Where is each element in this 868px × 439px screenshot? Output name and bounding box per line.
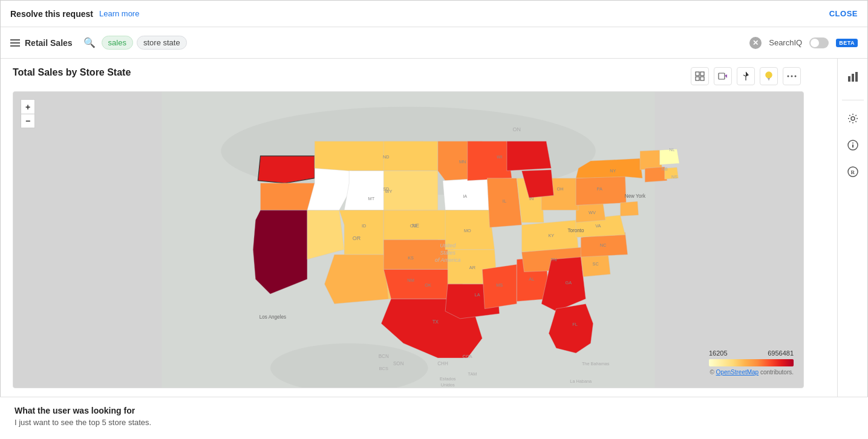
chart-type-button[interactable] xyxy=(842,66,864,88)
map-label-son: SON xyxy=(393,361,404,366)
pin-button[interactable] xyxy=(737,67,755,85)
state-AZ[interactable] xyxy=(324,255,391,304)
searchiq-label: SearchIQ xyxy=(769,38,802,47)
bulb-icon xyxy=(765,71,773,81)
state-FL[interactable] xyxy=(549,304,593,353)
state-VT-NH[interactable] xyxy=(640,150,662,170)
legend-gradient xyxy=(709,359,794,366)
search-bar-left: Retail Sales xyxy=(10,38,73,48)
svg-point-6 xyxy=(766,72,772,78)
dataset-label[interactable]: Retail Sales xyxy=(25,38,73,48)
map-label-tx: TX xyxy=(432,319,439,325)
map-label-mt: MT xyxy=(368,196,375,201)
map-label-estados: Estados xyxy=(440,376,456,382)
table-icon xyxy=(695,71,705,81)
search-bar-right: ✕ SearchIQ BETA xyxy=(749,37,858,49)
menu-icon[interactable] xyxy=(10,39,20,47)
state-MD-DE-NJ[interactable] xyxy=(620,201,638,216)
state-MI[interactable] xyxy=(507,141,551,171)
video-icon xyxy=(718,73,728,80)
svg-rect-3 xyxy=(700,77,704,80)
searchiq-toggle[interactable] xyxy=(809,37,829,48)
search-tag-sales[interactable]: sales xyxy=(102,36,133,50)
bar-chart-icon xyxy=(847,71,858,82)
map-label-tam: TAM xyxy=(468,371,477,377)
map-label-on: ON xyxy=(513,126,521,132)
svg-point-21 xyxy=(852,143,853,144)
zoom-in-button[interactable]: + xyxy=(21,99,35,114)
map-label-ne: NE xyxy=(413,223,420,229)
svg-text:R: R xyxy=(850,169,855,175)
state-UT[interactable] xyxy=(339,210,383,255)
svg-rect-2 xyxy=(696,77,699,80)
svg-point-10 xyxy=(791,76,793,77)
table-view-button[interactable] xyxy=(691,67,709,85)
osm-link[interactable]: OpenStreetMap xyxy=(716,369,759,376)
map-label-los-angeles: Los Angeles xyxy=(259,314,286,320)
map-label-nb: NB xyxy=(662,166,668,172)
map-label-ok: OK xyxy=(425,282,431,288)
svg-point-9 xyxy=(788,76,789,77)
top-bar-left: Resolve this request Learn more xyxy=(10,9,139,19)
chart-toolbar xyxy=(691,67,801,85)
search-tags: sales store state xyxy=(102,36,744,50)
state-WI[interactable] xyxy=(468,141,512,181)
legend-max: 6956481 xyxy=(768,350,794,357)
video-button[interactable] xyxy=(714,67,732,85)
right-sidebar: R xyxy=(837,59,867,439)
chart-header: Total Sales by Store State xyxy=(13,67,837,85)
learn-more-link[interactable]: Learn more xyxy=(99,9,139,18)
state-CA[interactable] xyxy=(253,210,307,294)
state-OR[interactable] xyxy=(261,183,315,210)
chart-title: Total Sales by Store State xyxy=(13,67,131,78)
more-options-button[interactable] xyxy=(783,67,801,85)
more-icon xyxy=(787,75,797,77)
map-label-nm: NM xyxy=(407,278,414,283)
state-ND[interactable] xyxy=(383,141,438,171)
map-label-wv: WV xyxy=(589,210,596,215)
map-label-toronto: Toronto xyxy=(568,228,585,233)
map-label-ny: NY xyxy=(610,168,616,174)
map-label-il: IL xyxy=(503,198,506,204)
search-tag-store-state[interactable]: store state xyxy=(137,36,187,50)
svg-rect-1 xyxy=(700,72,704,76)
search-icon: 🔍 xyxy=(83,37,96,48)
insight-button[interactable] xyxy=(760,67,778,85)
clear-search-button[interactable]: ✕ xyxy=(749,37,762,49)
info-icon xyxy=(847,140,858,151)
map-label-sd: SD xyxy=(383,186,389,192)
svg-rect-0 xyxy=(696,72,699,76)
search-bar: Retail Sales 🔍 sales store state ✕ Searc… xyxy=(1,27,867,59)
map-label-la-habana: La Habana xyxy=(570,379,592,384)
map-label-chh: CHH xyxy=(437,361,448,366)
usa-choropleth-map: OR ID MT WY ND SD CO KS NE OK NM TX MN I… xyxy=(13,92,803,388)
beta-badge: BETA xyxy=(836,39,858,47)
map-label-unidos: Unidos xyxy=(441,382,455,388)
legend-values: 16205 6956481 xyxy=(709,350,794,357)
svg-point-18 xyxy=(851,117,855,120)
map-label-id: ID xyxy=(362,223,366,229)
map-label-wi: WI xyxy=(497,154,502,160)
page-title: Resolve this request xyxy=(10,9,93,19)
svg-rect-4 xyxy=(719,73,725,79)
close-button[interactable]: CLOSE xyxy=(829,9,858,18)
sidebar-divider xyxy=(842,100,864,100)
settings-button[interactable] xyxy=(842,108,864,129)
map-label-united-states: United xyxy=(440,242,456,249)
info-button[interactable] xyxy=(842,134,864,156)
map-label-pa: PA xyxy=(597,186,602,192)
svg-rect-16 xyxy=(852,74,854,82)
map-label-coa: COA xyxy=(463,354,472,359)
zoom-out-button[interactable]: − xyxy=(21,114,35,128)
map-label-ks: KS xyxy=(408,255,414,261)
r-analytics-button[interactable]: R xyxy=(842,161,864,183)
map-label-ms: MS xyxy=(496,282,503,288)
map-label-fl: FL xyxy=(572,322,578,327)
state-WA[interactable] xyxy=(258,156,315,183)
map-container[interactable]: + − xyxy=(13,91,804,388)
map-label-oh: OH xyxy=(557,186,564,192)
r-icon: R xyxy=(847,166,858,177)
map-label-ia: IA xyxy=(463,193,467,199)
bottom-text: I just want to see the top 5 store state… xyxy=(15,418,853,427)
zoom-controls: + − xyxy=(21,99,35,128)
